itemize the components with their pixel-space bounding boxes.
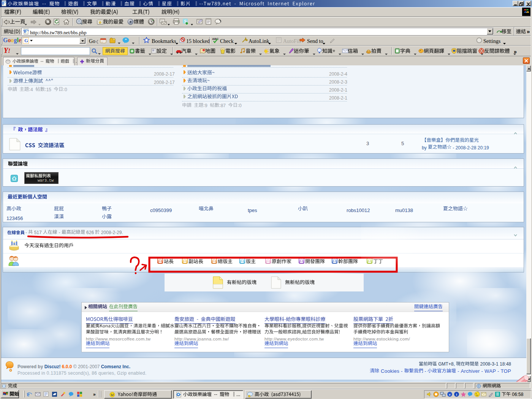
svg-text:”: ” <box>125 38 127 42</box>
svg-text:ABC: ABC <box>212 37 219 41</box>
svg-text:e: e <box>449 393 451 396</box>
svg-text:e: e <box>24 28 26 34</box>
svg-text:e: e <box>27 391 30 397</box>
svg-text:e: e <box>2 0 4 6</box>
